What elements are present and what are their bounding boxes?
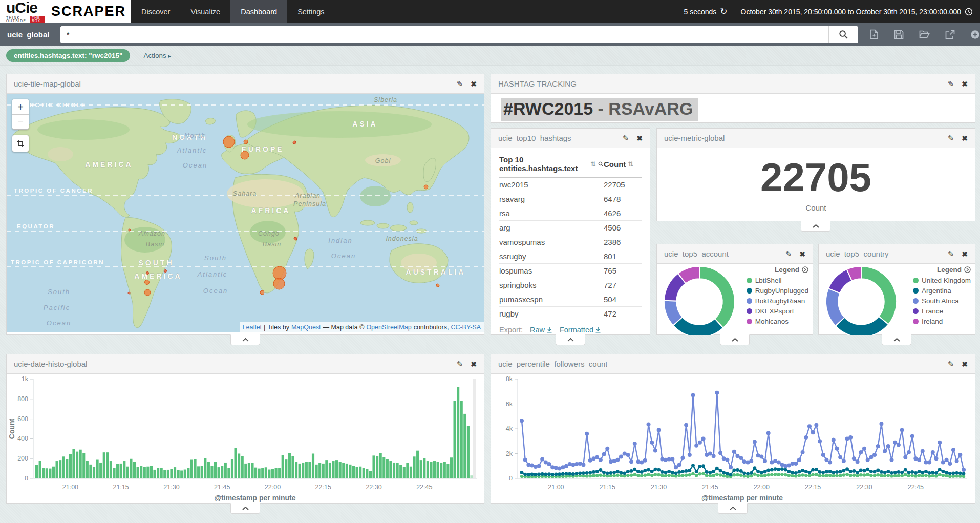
hashtag-cell[interactable]: pumasxespn [499, 295, 604, 304]
column-header-hashtags[interactable]: Top 10 entities.hashtags.text [499, 155, 588, 173]
donut-slice-RugbyUnplugged[interactable] [673, 317, 723, 335]
collapse-percentile-panel[interactable] [718, 503, 748, 514]
column-search-icon[interactable] [598, 161, 604, 168]
edit-panel-icon[interactable]: ✎ [457, 360, 463, 368]
nav-tab-visualize[interactable]: Visualize [180, 0, 230, 23]
hashtag-cell[interactable]: ssrugby [499, 252, 604, 261]
map-zoom-out-button[interactable]: − [12, 114, 29, 129]
logo[interactable]: uCie THINK OUTSIDE THE BOX SCRAPER [0, 0, 131, 23]
legend-label: LbtiShell [755, 277, 782, 284]
export-raw-link[interactable]: Raw [530, 326, 552, 334]
collapse-country-panel[interactable] [882, 334, 911, 345]
close-panel-icon[interactable]: ✖ [636, 135, 643, 142]
account-donut[interactable] [661, 264, 738, 335]
filter-pill[interactable]: entities.hashtags.text: "rwc2015" [6, 49, 130, 62]
legend-toggle[interactable]: Legend [775, 266, 808, 274]
donut-slice-United Kingdom[interactable] [861, 266, 897, 324]
collapse-histogram-panel[interactable] [230, 503, 260, 514]
svg-text:AFRICA: AFRICA [251, 206, 291, 215]
table-row[interactable]: ssrugby801 [499, 249, 642, 263]
map-fit-bounds-button[interactable] [12, 135, 29, 152]
table-row[interactable]: rsa4626 [499, 206, 642, 220]
edit-panel-icon[interactable]: ✎ [623, 134, 629, 142]
legend-toggle[interactable]: Legend [937, 266, 971, 274]
close-panel-icon[interactable]: ✖ [962, 80, 968, 88]
legend-item[interactable]: France [913, 306, 971, 316]
table-row[interactable]: arg4506 [499, 220, 642, 235]
edit-panel-icon[interactable]: ✎ [785, 250, 792, 258]
search-button[interactable] [828, 26, 858, 43]
collapse-table-panel[interactable] [556, 334, 585, 345]
world-map[interactable]: ARCTIC CIRCLETROPIC OF CANCEREQUATORTROP… [7, 94, 484, 332]
refresh-interval-button[interactable]: 5 seconds ↻ [684, 7, 727, 16]
sort-icon[interactable]: ⇅ [590, 160, 596, 168]
add-visualization-button[interactable] [970, 30, 980, 39]
edit-panel-icon[interactable]: ✎ [948, 360, 954, 368]
license-link[interactable]: CC-BY-SA [451, 324, 481, 331]
hashtag-cell[interactable]: arg [499, 223, 604, 232]
legend-item[interactable]: Ireland [913, 316, 971, 326]
close-panel-icon[interactable]: ✖ [962, 135, 968, 142]
sort-icon[interactable]: ⇅ [628, 160, 633, 168]
table-row[interactable]: rugby472 [499, 306, 642, 321]
column-header-count[interactable]: Count [604, 160, 626, 169]
mapquest-link[interactable]: MapQuest [291, 324, 321, 331]
edit-panel-icon[interactable]: ✎ [948, 80, 954, 88]
hashtag-cell[interactable]: rsa [499, 209, 604, 218]
table-row[interactable]: rsavarg6478 [499, 192, 642, 206]
search-input[interactable] [60, 26, 828, 43]
nav-tab-discover[interactable]: Discover [131, 0, 180, 23]
close-panel-icon[interactable]: ✖ [799, 250, 805, 258]
table-row[interactable]: lospumas765 [499, 263, 642, 278]
legend-item[interactable]: United Kingdom [913, 275, 971, 285]
legend-item[interactable]: RugbyUnplugged [747, 285, 808, 296]
legend-item[interactable]: Mohicanos [747, 316, 808, 326]
table-row[interactable]: rwc201522705 [499, 178, 642, 192]
legend-item[interactable]: LbtiShell [747, 275, 808, 285]
hashtag-cell[interactable]: lospumas [499, 266, 604, 275]
hashtag-cell[interactable]: rugby [499, 309, 604, 318]
donut-slice-South Africa[interactable] [826, 288, 844, 326]
edit-panel-icon[interactable]: ✎ [948, 250, 954, 258]
legend-item[interactable]: South Africa [913, 296, 971, 306]
close-panel-icon[interactable]: ✖ [962, 250, 968, 258]
osm-link[interactable]: OpenStreetMap [366, 324, 411, 331]
time-range-button[interactable]: October 30th 2015, 20:50:00.000 to Octob… [741, 8, 973, 16]
svg-text:TROPIC OF CANCER: TROPIC OF CANCER [14, 187, 93, 194]
hashtag-cell[interactable]: springboks [499, 281, 604, 289]
load-dashboard-button[interactable] [919, 30, 930, 39]
percentile-chart[interactable]: 02k4k6k8k21:0021:1521:3021:4522:0022:152… [491, 374, 975, 503]
share-dashboard-button[interactable] [945, 30, 955, 39]
legend-item[interactable]: DKEXPsport [747, 306, 808, 316]
donut-slice-Argentina[interactable] [836, 317, 888, 335]
close-panel-icon[interactable]: ✖ [962, 361, 968, 368]
donut-slice-LbtiShell[interactable] [699, 266, 735, 328]
collapse-metric-panel[interactable] [801, 221, 830, 232]
save-dashboard-button[interactable] [894, 30, 904, 39]
nav-tab-dashboard[interactable]: Dashboard [230, 0, 287, 23]
close-panel-icon[interactable]: ✖ [471, 361, 477, 368]
edit-panel-icon[interactable]: ✎ [457, 80, 463, 88]
filter-actions-link[interactable]: Actions ▸ [143, 52, 171, 59]
new-dashboard-button[interactable] [869, 29, 879, 39]
date-histogram-chart[interactable]: 02004006008001k21:0021:1521:3021:4522:00… [7, 374, 484, 503]
hashtag-cell[interactable]: rwc2015 [499, 180, 604, 189]
legend-toggle-icon [802, 266, 808, 273]
table-row[interactable]: springboks727 [499, 278, 642, 292]
edit-panel-icon[interactable]: ✎ [948, 134, 954, 142]
panel-top5-account: ucie_top5_account ✎ ✖ Legend LbtiShellRu… [656, 244, 813, 335]
export-formatted-link[interactable]: Formatted [560, 326, 601, 334]
leaflet-link[interactable]: Leaflet [243, 324, 262, 331]
close-panel-icon[interactable]: ✖ [471, 80, 477, 88]
country-donut[interactable] [823, 264, 900, 335]
nav-tab-settings[interactable]: Settings [287, 0, 334, 23]
map-zoom-in-button[interactable]: + [12, 99, 29, 114]
collapse-account-panel[interactable] [720, 334, 750, 345]
legend-item[interactable]: Argentina [913, 285, 971, 296]
table-row[interactable]: vamospumas2386 [499, 235, 642, 249]
collapse-map-panel[interactable] [230, 334, 260, 345]
hashtag-cell[interactable]: vamospumas [499, 238, 604, 246]
legend-item[interactable]: BokRugbyRiaan [747, 296, 808, 306]
hashtag-cell[interactable]: rsavarg [499, 195, 604, 203]
table-row[interactable]: pumasxespn504 [499, 292, 642, 306]
